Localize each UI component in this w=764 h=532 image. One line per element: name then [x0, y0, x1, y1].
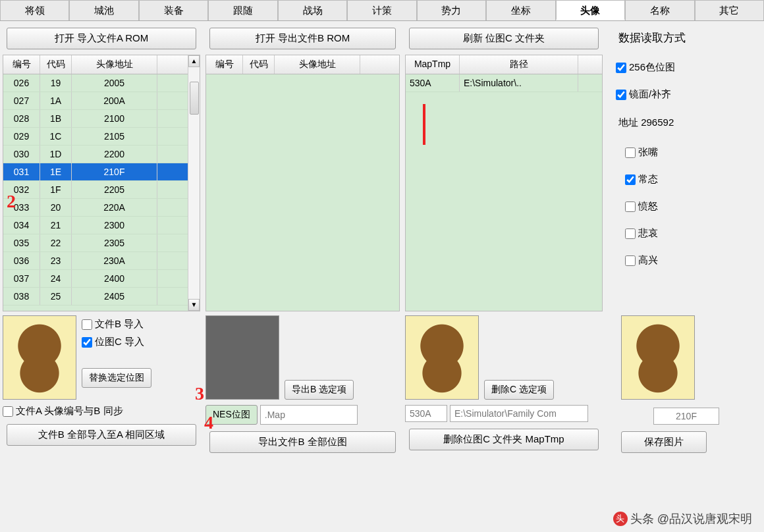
table-row[interactable]: 0281B2100 [3, 110, 188, 128]
annotation-number-3: 3 [195, 383, 204, 404]
grid-c-rows[interactable]: 530AE:\Simulator\.. [406, 74, 602, 92]
scroll-up-icon[interactable]: ▲ [188, 55, 200, 67]
c-code-input[interactable] [405, 405, 447, 422]
tab-avatar[interactable]: 头像 [556, 0, 625, 20]
table-row[interactable]: 0311E210F [3, 163, 188, 181]
c-path-input[interactable] [450, 405, 588, 422]
chk-bitmap-c-import[interactable]: 位图C 导入 [82, 336, 151, 348]
grid-b: 编号 代码 头像地址 [205, 55, 400, 311]
read-mode-title: 数据读取方式 [618, 30, 759, 45]
grid-b-header: 编号 代码 头像地址 [206, 55, 399, 74]
portrait-c [405, 315, 479, 400]
tab-coords[interactable]: 坐标 [486, 0, 555, 20]
table-row[interactable]: 0321F2205 [3, 181, 188, 199]
col-code[interactable]: 代码 [40, 55, 72, 74]
chk-mirror[interactable]: 镜面/补齐 [616, 88, 759, 101]
tab-faction[interactable]: 势力 [417, 0, 486, 20]
grid-a-header: 编号 代码 头像地址 [3, 55, 188, 74]
tab-other[interactable]: 其它 [695, 0, 764, 20]
watermark: 头 头条 @品汉说唐观宋明 [613, 511, 752, 527]
chk-sad[interactable]: 悲哀 [625, 227, 759, 240]
export-all-b-button[interactable]: 导出文件B 全部位图 [209, 431, 396, 453]
tab-cities[interactable]: 城池 [69, 0, 138, 20]
table-row[interactable]: 035222305 [3, 234, 188, 252]
chk-sync-ab[interactable]: 文件A 头像编号与B 同步 [3, 405, 200, 417]
portrait-b [205, 315, 279, 400]
open-file-b-button[interactable]: 打开 导出文件B ROM [209, 28, 396, 49]
grid-a: 编号 代码 头像地址 0261920050271A200A0281B210002… [3, 55, 200, 311]
d-code-input[interactable] [653, 408, 719, 425]
col-num[interactable]: 编号 [206, 55, 243, 74]
col-addr[interactable]: 头像地址 [72, 55, 157, 74]
col-maptmp[interactable]: MapTmp [406, 55, 460, 74]
annotation-number-4: 4 [204, 412, 213, 433]
tab-equipment[interactable]: 装备 [139, 0, 208, 20]
col-num[interactable]: 编号 [3, 55, 40, 74]
tab-generals[interactable]: 将领 [0, 0, 69, 20]
chk-file-b-import[interactable]: 文件B 导入 [82, 318, 151, 331]
chk-256color[interactable]: 256色位图 [616, 61, 759, 74]
chk-normal[interactable]: 常态 [625, 173, 759, 186]
table-row[interactable]: 0291C2105 [3, 128, 188, 146]
tab-follow[interactable]: 跟随 [208, 0, 277, 20]
grid-c-header: MapTmp 路径 [406, 55, 602, 74]
column-d: 数据读取方式 256色位图 镜面/补齐 地址 296592 张嘴 常态 愤怒 悲… [608, 25, 759, 454]
annotation-number-2: 2 [7, 191, 16, 212]
table-row[interactable]: 0301D2200 [3, 146, 188, 163]
table-row[interactable]: 530AE:\Simulator\.. [406, 74, 602, 92]
table-row[interactable]: 026192005 [3, 74, 188, 92]
scroll-down-icon[interactable]: ▼ [188, 299, 200, 311]
grid-c: MapTmp 路径 530AE:\Simulator\.. [405, 55, 603, 311]
chk-happy[interactable]: 高兴 [625, 254, 759, 267]
table-row[interactable]: 037242400 [3, 270, 188, 288]
tab-battle[interactable]: 战场 [278, 0, 347, 20]
tab-name[interactable]: 名称 [625, 0, 694, 20]
save-image-button[interactable]: 保存图片 [621, 431, 707, 453]
col-addr[interactable]: 头像地址 [275, 55, 360, 74]
table-row[interactable]: 03623230A [3, 252, 188, 270]
column-b: 打开 导出文件B ROM 编号 代码 头像地址 导出B 选定项 NES位图 导出… [205, 25, 400, 454]
addr-line: 地址 296592 [618, 117, 759, 129]
grid-a-rows[interactable]: 0261920050271A200A0281B21000291C21050301… [3, 74, 188, 306]
tab-strategy[interactable]: 计策 [347, 0, 416, 20]
export-b-selected-button[interactable]: 导出B 选定项 [285, 380, 354, 400]
import-all-a-button[interactable]: 文件B 全部导入至A 相同区域 [7, 424, 196, 446]
table-row[interactable]: 03320220A [3, 199, 188, 217]
portrait-d [621, 315, 695, 400]
chk-angry[interactable]: 愤怒 [625, 200, 759, 213]
col-path[interactable]: 路径 [460, 55, 578, 74]
delete-c-selected-button[interactable]: 删除C 选定项 [484, 380, 554, 400]
table-row[interactable]: 034212300 [3, 217, 188, 234]
grid-a-scrollbar[interactable]: ▲ ▼ [188, 55, 200, 311]
portrait-a [3, 315, 76, 400]
column-a: 打开 导入文件A ROM 编号 代码 头像地址 0261920050271A20… [3, 25, 200, 454]
replace-selected-button[interactable]: 替换选定位图 [82, 368, 151, 388]
annotation-mark-1 [423, 104, 425, 145]
tab-bar: 将领 城池 装备 跟随 战场 计策 势力 坐标 头像 名称 其它 [0, 0, 764, 21]
watermark-icon: 头 [613, 512, 628, 526]
chk-mouth-open[interactable]: 张嘴 [625, 146, 759, 159]
refresh-c-button[interactable]: 刷新 位图C 文件夹 [409, 28, 599, 49]
table-row[interactable]: 0271A200A [3, 92, 188, 110]
col-code[interactable]: 代码 [243, 55, 275, 74]
column-c: 刷新 位图C 文件夹 MapTmp 路径 530AE:\Simulator\..… [405, 25, 603, 454]
map-ext-input[interactable] [260, 405, 358, 425]
table-row[interactable]: 038252405 [3, 288, 188, 306]
scroll-thumb[interactable] [190, 82, 199, 115]
open-file-a-button[interactable]: 打开 导入文件A ROM [7, 28, 196, 49]
delete-c-folder-button[interactable]: 删除位图C 文件夹 MapTmp [409, 429, 599, 450]
